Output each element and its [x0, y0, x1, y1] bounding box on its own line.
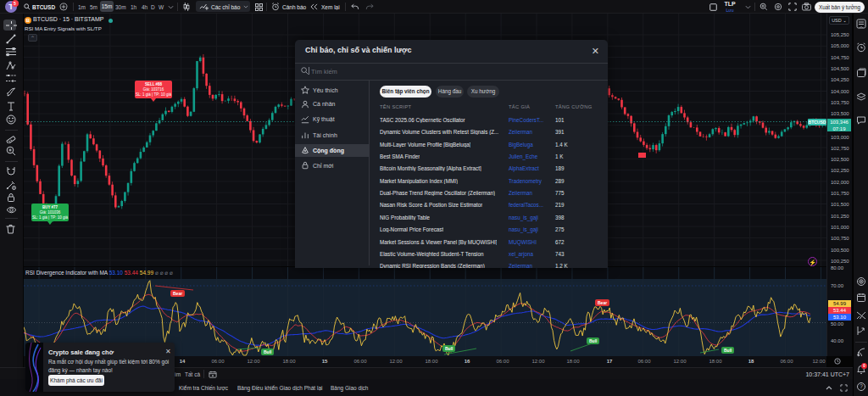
svg-text:?: ?	[860, 383, 863, 389]
